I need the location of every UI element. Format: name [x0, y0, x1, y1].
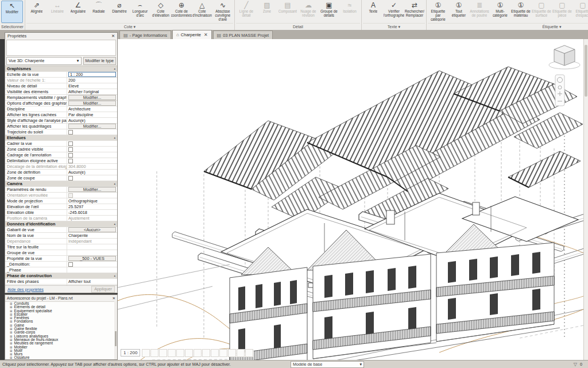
- ribbon-tool-button[interactable]: ▣ Groupe de détails: [319, 1, 339, 22]
- property-row[interactable]: Afficher les lignes cachées Par discipli…: [5, 112, 117, 118]
- property-row[interactable]: Graphismes: [5, 66, 117, 72]
- property-row[interactable]: Zone de définition Aucun(e): [5, 170, 117, 175]
- property-value[interactable]: 200: [67, 78, 117, 83]
- property-value[interactable]: [67, 141, 117, 146]
- ribbon-tool-button[interactable]: ① Multi- catégorie: [490, 1, 510, 22]
- view-control-icon[interactable]: [185, 349, 193, 357]
- view-control-icon[interactable]: [168, 349, 176, 357]
- property-row[interactable]: Remplacements visibilité / graphisme Mod…: [5, 95, 117, 101]
- view-control-icon[interactable]: [194, 349, 202, 357]
- view-control-icon[interactable]: [219, 349, 227, 357]
- property-row[interactable]: Cadrage de l'annotation: [5, 152, 117, 158]
- property-value[interactable]: [67, 147, 117, 152]
- property-row[interactable]: Nom de la vue Charpente: [5, 233, 117, 239]
- property-row[interactable]: Elévation de l'œil 25.5297: [5, 204, 117, 210]
- ribbon-tool-button[interactable]: ∠ Angulaire: [68, 1, 88, 22]
- ribbon-tool-button[interactable]: ∿ Abscisse curviligne d'axe: [212, 1, 233, 22]
- view-control-icon[interactable]: [176, 349, 184, 357]
- properties-help-link[interactable]: Aide des propriétés: [7, 287, 44, 292]
- edit-type-button[interactable]: Modifier le type: [83, 57, 116, 65]
- ribbon-panel-label[interactable]: Étiquette ▾: [428, 23, 588, 30]
- property-value[interactable]: 25.5297: [67, 204, 117, 209]
- property-row[interactable]: Elévation cible -245.6018: [5, 210, 117, 216]
- ribbon-panel-label[interactable]: Détail: [236, 23, 360, 30]
- ribbon-tool-button[interactable]: ① Etiquette par catégorie: [428, 1, 448, 22]
- property-row[interactable]: Filtre des phases Afficher tout: [5, 279, 117, 285]
- property-value[interactable]: [67, 193, 117, 198]
- view-control-icon[interactable]: [150, 349, 158, 357]
- apply-button[interactable]: Appliquer: [91, 286, 115, 293]
- property-row[interactable]: Données d'identification: [5, 221, 117, 227]
- ribbon-tool-button[interactable]: ⊕ Cote de coordonnées: [171, 1, 192, 22]
- property-row[interactable]: Caméra: [5, 181, 117, 187]
- property-row[interactable]: Options d'affichage des graphismes Modif…: [5, 101, 117, 106]
- property-value[interactable]: [67, 267, 117, 273]
- view-tab[interactable]: ⌂ Charpente ✕: [172, 30, 212, 39]
- drawing-area[interactable]: 1 : 200: [118, 39, 583, 360]
- property-value[interactable]: [67, 262, 117, 267]
- property-row[interactable]: Décalage de la délimitation éloignée 304…: [5, 164, 117, 170]
- property-value[interactable]: Architecture: [67, 106, 117, 112]
- property-value[interactable]: Charpente: [67, 233, 117, 238]
- view-control-icon[interactable]: [211, 349, 219, 357]
- property-value[interactable]: Aucun(e): [67, 118, 117, 123]
- property-value[interactable]: [67, 158, 117, 163]
- property-row[interactable]: Etendues: [5, 135, 117, 141]
- property-row[interactable]: Zone cadrée visible: [5, 147, 117, 152]
- property-row[interactable]: Valeur de l'échelle 1: 200: [5, 78, 117, 83]
- property-value[interactable]: Afficher tout: [67, 279, 117, 284]
- close-icon[interactable]: ✕: [112, 295, 115, 301]
- view-tab[interactable]: ▤ 03 PLAN MASSE Projet: [213, 30, 273, 39]
- property-value[interactable]: Par discipline: [67, 112, 117, 117]
- property-row[interactable]: _Démolition:: [5, 262, 117, 267]
- close-tab-icon[interactable]: ✕: [204, 32, 208, 37]
- property-value[interactable]: Ajustement: [67, 216, 117, 221]
- browser-scrollbar[interactable]: [114, 301, 117, 360]
- property-row[interactable]: Afficher les quadrillages Modifier...: [5, 124, 117, 129]
- ribbon-tool-button[interactable]: ╱ Ligne de détail: [236, 1, 257, 22]
- view-control-icon[interactable]: [159, 349, 167, 357]
- property-row[interactable]: Zone de coupe: [5, 175, 117, 181]
- close-icon[interactable]: ✕: [111, 33, 115, 40]
- property-value[interactable]: Modifier...: [67, 101, 117, 106]
- property-row[interactable]: Phase de construction: [5, 273, 117, 279]
- property-row[interactable]: Discipline Architecture: [5, 106, 117, 112]
- ribbon-tool-button[interactable]: ≣ Annotations de poutre: [469, 1, 490, 22]
- property-row[interactable]: Titre sur la feuille: [5, 244, 117, 250]
- view-tab[interactable]: ▤ - Page Informations: [119, 30, 171, 39]
- property-value[interactable]: Aucun(e): [67, 170, 117, 175]
- property-row[interactable]: Gabarit de vue <Aucun>: [5, 227, 117, 233]
- property-value[interactable]: 304.8000: [67, 164, 117, 169]
- expand-plus-icon[interactable]: ⊞: [10, 356, 13, 359]
- property-value[interactable]: Elevé: [67, 83, 117, 89]
- ribbon-tool-button[interactable]: A Texte: [363, 1, 384, 22]
- tree-item[interactable]: ⊞ Ossature: [5, 356, 117, 359]
- property-row[interactable]: Visibilité des éléments Afficher l'origi…: [5, 89, 117, 95]
- ribbon-tool-button[interactable]: ▨ Zone: [257, 1, 277, 22]
- ribbon-tool-button[interactable]: ⇗ Alignée: [26, 1, 47, 22]
- ribbon-tool-button[interactable]: ▤ Composant: [277, 1, 298, 22]
- property-value[interactable]: [67, 250, 117, 255]
- ribbon-tool-button[interactable]: ↖ Modifier: [1, 1, 23, 23]
- property-value[interactable]: -245.6018: [67, 210, 117, 215]
- property-row[interactable]: _Phase: [5, 267, 117, 273]
- property-row[interactable]: Niveau de détail Elevé: [5, 83, 117, 89]
- ribbon-tool-button[interactable]: ① Etiquette de matériau: [510, 1, 531, 22]
- property-row[interactable]: Cadrer la vue: [5, 141, 117, 147]
- ribbon-tool-button[interactable]: ≈ Isolation: [339, 1, 360, 22]
- ribbon-panel-label[interactable]: Cote ▾: [26, 23, 233, 30]
- property-value[interactable]: Orthographique: [67, 198, 117, 204]
- view-control-icon[interactable]: [237, 349, 245, 357]
- property-value[interactable]: <Aucun>: [67, 227, 117, 232]
- ribbon-tool-button[interactable]: ☁ Nuage de révision: [298, 1, 319, 22]
- property-value[interactable]: [67, 175, 117, 181]
- property-row[interactable]: Propriété de la vue _500 - VUES: [5, 256, 117, 262]
- property-value[interactable]: Modifier...: [67, 187, 117, 192]
- canvas-vertical-scrollbar[interactable]: [583, 39, 588, 360]
- ribbon-tool-button[interactable]: ⇄ Rechercher/ Remplacer: [404, 1, 425, 22]
- property-value[interactable]: _500 - VUES: [67, 256, 117, 261]
- property-row[interactable]: Trajectoire du soleil: [5, 129, 117, 135]
- ribbon-tool-button[interactable]: ↔ Linéaire: [47, 1, 68, 22]
- property-value[interactable]: Indépendant: [67, 239, 117, 244]
- property-row[interactable]: Groupe de vue: [5, 250, 117, 256]
